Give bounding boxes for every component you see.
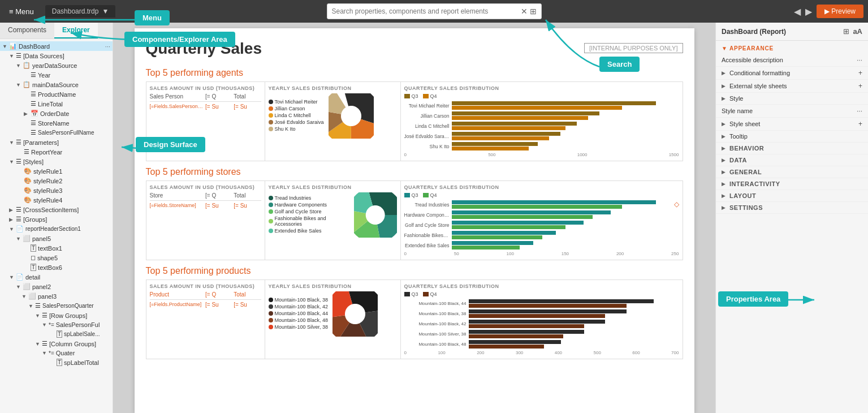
tree-item-panel5[interactable]: ▼ ⬜ panel5 — [0, 234, 113, 243]
style-name-menu[interactable]: ··· — [857, 107, 862, 115]
tree-item-yeardatasource[interactable]: ▼ 📋 yearDataSource — [0, 61, 113, 70]
layout-arrow[interactable]: ▶ — [722, 193, 727, 199]
tree-arrow-reportyear[interactable] — [17, 149, 24, 155]
tree-item-splabeltotal[interactable]: T spLabelTotal — [0, 358, 113, 367]
tree-arrow-colgroups[interactable]: ▼ — [35, 341, 42, 347]
tree-arrow-salespersonquarter[interactable]: ▼ — [28, 303, 35, 309]
menu-button[interactable]: ≡ Menu — [5, 5, 38, 18]
tree-arrow-groups[interactable]: ▶ — [9, 217, 16, 222]
tree-arrow-panel5[interactable]: ▼ — [16, 236, 23, 242]
tree-item-productname[interactable]: ☰ ProductName — [0, 89, 113, 99]
tree-arrow-stylerule3[interactable] — [17, 188, 24, 193]
tree-item-stylerule2[interactable]: 🎨 styleRule2 — [0, 176, 113, 186]
props-style[interactable]: ▶ Style — [716, 93, 868, 105]
external-style-sheets-plus[interactable]: + — [858, 82, 862, 90]
props-interactivity-section[interactable]: ▶ INTERACTIVITY — [716, 178, 868, 190]
props-data-section[interactable]: ▶ DATA — [716, 154, 868, 166]
tree-item-shape5[interactable]: ◻ shape5 — [0, 253, 113, 263]
conditional-formatting-arrow[interactable]: ▶ — [722, 70, 727, 76]
tree-arrow-parameters[interactable]: ▼ — [9, 140, 16, 145]
settings-arrow[interactable]: ▶ — [722, 205, 727, 210]
tab-explorer[interactable]: Explorer — [54, 23, 98, 38]
tree-item-styles[interactable]: ▼ ☰ [Styles] — [0, 157, 113, 166]
tree-item-salespersonquarter[interactable]: ▼ ☰ SalesPersonQuarter — [0, 301, 113, 311]
tree-arrow-textbox6[interactable] — [24, 265, 31, 270]
tree-arrow-styles[interactable]: ▼ — [9, 159, 16, 165]
tree-arrow-linetotal[interactable] — [24, 101, 31, 107]
tree-arrow-panel2[interactable]: ▼ — [16, 284, 23, 290]
tree-item-textbox6[interactable]: T textBox6 — [0, 263, 113, 272]
tree-item-parameters[interactable]: ▼ ☰ [Parameters] — [0, 137, 113, 147]
props-conditional-formatting[interactable]: ▶ Conditional formatting + — [716, 67, 868, 80]
file-tab[interactable]: Dashboard.trdp ▼ — [45, 5, 116, 18]
tree-item-linetotal[interactable]: ☰ LineTotal — [0, 99, 113, 109]
tree-item-stylerule3[interactable]: 🎨 styleRule3 — [0, 186, 113, 195]
dropdown-icon[interactable]: ▼ — [102, 7, 109, 15]
tree-item-rowgroups[interactable]: ▼ ☰ [Row Groups] — [0, 311, 113, 320]
tree-item-salespersonfull[interactable]: ▼ *= SalesPersonFul — [0, 320, 113, 329]
tree-item-orderdate[interactable]: ▶ 📅 OrderDate — [0, 109, 113, 118]
tree-item-datasources[interactable]: ▼ ☰ [Data Sources] — [0, 51, 113, 61]
nav-forward-button[interactable]: ▶ — [805, 6, 812, 17]
general-arrow[interactable]: ▶ — [722, 169, 727, 175]
accessible-description-menu[interactable]: ··· — [857, 56, 862, 64]
tree-arrow-quater[interactable]: ▼ — [42, 350, 49, 356]
tree-item-colgroups[interactable]: ▼ ☰ [Column Groups] — [0, 339, 113, 349]
external-style-sheets-arrow[interactable]: ▶ — [722, 83, 727, 89]
dashboard-more-btn[interactable]: ··· — [105, 43, 110, 50]
style-sheet-plus[interactable]: + — [858, 120, 862, 128]
design-surface[interactable]: Quarterly Sales [INTERNAL PURPOSES ONLY]… — [113, 23, 715, 413]
tree-item-stylerule4[interactable]: 🎨 styleRule4 — [0, 195, 113, 205]
props-accessible-description[interactable]: Accessible description ··· — [716, 54, 868, 67]
tab-components[interactable]: Components — [0, 23, 54, 38]
props-style-sheet[interactable]: ▶ Style sheet + — [716, 118, 868, 131]
props-behavior-section[interactable]: ▶ BEHAVIOR — [716, 143, 868, 154]
search-input[interactable] — [332, 7, 521, 15]
tree-item-salesperson[interactable]: ☰ SalesPersonFullName — [0, 128, 113, 137]
tree-item-groups[interactable]: ▶ ☰ [Groups] — [0, 214, 113, 224]
preview-button[interactable]: ▶ Preview — [817, 5, 863, 18]
tree-arrow-textbox1[interactable] — [24, 246, 31, 251]
tree-arrow-stylerule1[interactable] — [17, 169, 24, 174]
tree-arrow-yeardatasource[interactable]: ▼ — [16, 63, 23, 68]
nav-back-button[interactable]: ◀ — [794, 6, 801, 17]
tree-item-storename[interactable]: ☰ StoreName — [0, 118, 113, 128]
tree-item-detail[interactable]: ▼ 📄 detail — [0, 272, 113, 282]
tooltip-arrow[interactable]: ▶ — [722, 134, 727, 139]
tree-arrow-shape5[interactable] — [24, 255, 31, 261]
tree-arrow-crosssection[interactable]: ▶ — [9, 207, 16, 213]
tree-item-reportyear[interactable]: ☰ ReportYear — [0, 147, 113, 157]
tree-item-panel2[interactable]: ▼ ⬜ panel2 — [0, 282, 113, 291]
tree-arrow-detail[interactable]: ▼ — [9, 274, 16, 280]
behavior-arrow[interactable]: ▶ — [722, 145, 727, 151]
props-external-style-sheets[interactable]: ▶ External style sheets + — [716, 80, 868, 93]
tree-item-dashboard[interactable]: ▼ 📊 DashBoard ··· — [0, 41, 113, 51]
props-settings-section[interactable]: ▶ SETTINGS — [716, 202, 868, 214]
tree-item-stylerule1[interactable]: 🎨 styleRule1 — [0, 166, 113, 176]
tree-item-maindatasource[interactable]: ▼ 📋 mainDataSource — [0, 80, 113, 89]
interactivity-arrow[interactable]: ▶ — [722, 181, 727, 187]
tree-item-quater[interactable]: ▼ *= Quater — [0, 349, 113, 358]
props-layout-section[interactable]: ▶ LAYOUT — [716, 190, 868, 202]
tree-arrow-dashboard[interactable]: ▼ — [2, 44, 9, 49]
tree-arrow-panel3[interactable]: ▼ — [21, 294, 28, 299]
tree-item-year[interactable]: ☰ Year — [0, 70, 113, 80]
layout-icon[interactable]: ⊞ — [843, 27, 849, 36]
tree-arrow-datasources[interactable]: ▼ — [9, 53, 16, 59]
tree-arrow-productname[interactable] — [24, 92, 31, 97]
tree-item-crosssection[interactable]: ▶ ☰ [CrossSectionItems] — [0, 205, 113, 214]
style-arrow[interactable]: ▶ — [722, 96, 727, 101]
font-icon[interactable]: aA — [853, 27, 862, 36]
tree-arrow-stylerule2[interactable] — [17, 178, 24, 184]
tree-item-reportheader[interactable]: ▼ 📄 reportHeaderSection1 — [0, 224, 113, 234]
props-style-name[interactable]: Style name ··· — [716, 105, 868, 118]
search-expand-icon[interactable]: ⊞ — [530, 7, 537, 16]
tree-item-panel3[interactable]: ▼ ⬜ panel3 — [0, 291, 113, 301]
style-sheet-arrow[interactable]: ▶ — [722, 121, 727, 127]
tree-arrow-stylerule4[interactable] — [17, 197, 24, 203]
tree-arrow-orderdate[interactable]: ▶ — [24, 111, 31, 117]
tree-arrow-storename[interactable] — [24, 121, 31, 126]
tree-arrow-year[interactable] — [24, 72, 31, 78]
tree-item-textbox1[interactable]: T textBox1 — [0, 243, 113, 253]
tree-arrow-maindatasource[interactable]: ▼ — [16, 82, 23, 88]
